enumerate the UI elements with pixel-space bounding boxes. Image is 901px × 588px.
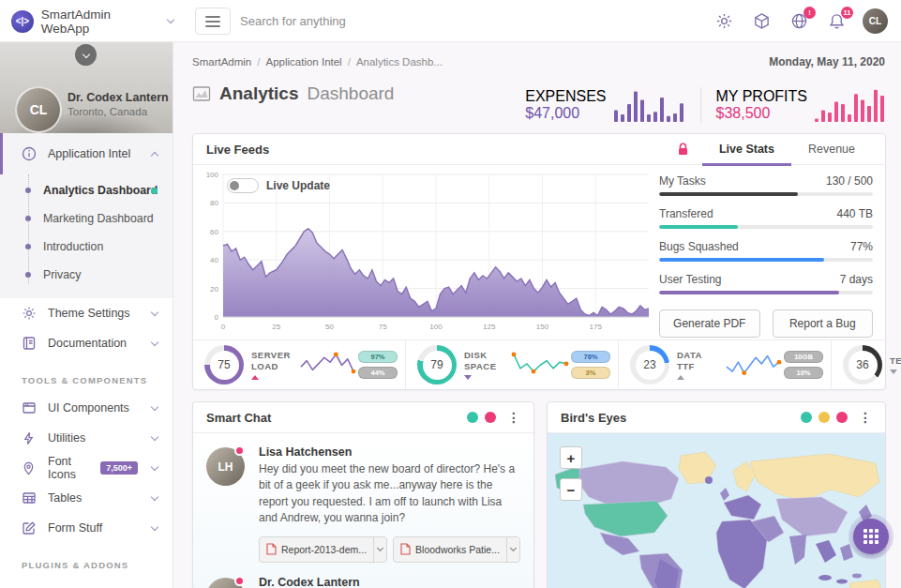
toggle-label: Live Update xyxy=(266,179,330,192)
page-title-bold: Analytics xyxy=(219,83,298,104)
live-feeds-panel: Live Feeds Live Stats Revenue Live Updat… xyxy=(192,133,886,390)
application-intel-subitems: Analytics Dashboard Marketing Dashboard … xyxy=(0,174,173,298)
tile-badge2-0: 44% xyxy=(358,367,398,379)
live-update-toggle[interactable]: Live Update xyxy=(227,178,330,193)
menu-toggle-button[interactable] xyxy=(195,8,231,35)
sidebar-item-theme-settings[interactable]: Theme Settings xyxy=(0,298,173,328)
settings-gear-icon[interactable] xyxy=(713,10,735,33)
stat-fill-0 xyxy=(659,192,798,196)
sidebar-item-introduction[interactable]: Introduction xyxy=(0,233,173,261)
sidebar-item-application-intel[interactable]: Application Intel xyxy=(0,133,173,174)
live-feeds-title: Live Feeds xyxy=(206,143,677,157)
status-dot xyxy=(234,576,245,586)
header-metrics: EXPENSES $47,000 MY PROFITS $38,500 xyxy=(525,87,886,123)
chat-message-text: Hey did you meet the new board of direct… xyxy=(259,461,520,527)
breadcrumb-application-intel[interactable]: Application Intel xyxy=(265,56,341,68)
smart-chat-header: Smart Chat ⋮ xyxy=(193,402,533,433)
expenses-bar-chart xyxy=(614,88,685,122)
chevron-down-icon xyxy=(151,492,158,500)
bell-badge: 11 xyxy=(841,7,853,19)
map-zoom-out-button[interactable]: − xyxy=(560,478,582,501)
profile-collapse-button[interactable] xyxy=(75,44,97,66)
stat-user-testing: User Testing7 days xyxy=(659,273,873,294)
tile-trend-2 xyxy=(677,375,684,380)
stat-my-tasks: My Tasks130 / 500 xyxy=(659,174,873,196)
gear-icon xyxy=(21,306,37,322)
svg-text:150: 150 xyxy=(536,323,549,331)
live-feeds-header: Live Feeds Live Stats Revenue xyxy=(193,134,885,165)
notifications-bell-icon[interactable]: 11 xyxy=(825,10,848,33)
tile-temp: 36 TEMP. 12440F xyxy=(832,340,901,389)
chat-message: LH Lisa Hatchensen Hey did you meet the … xyxy=(206,445,520,563)
chevron-down-icon xyxy=(151,432,158,440)
server-load-sparkline xyxy=(298,350,358,380)
tab-live-stats[interactable]: Live Stats xyxy=(702,134,791,165)
attachment-dropdown[interactable] xyxy=(506,537,519,562)
sidebar-item-marketing-dashboard[interactable]: Marketing Dashboard xyxy=(0,204,173,233)
chat-message: CL Dr. Codex Lantern Thanks for the file… xyxy=(206,576,520,588)
stat-fill-1 xyxy=(659,225,738,229)
attachment-report[interactable]: Report-2013-dem... xyxy=(259,536,387,563)
sidebar-item-form-stuff[interactable]: Form Stuff xyxy=(0,513,173,543)
map-zoom-in-button[interactable]: + xyxy=(560,446,582,469)
tile-badge2-2: 10% xyxy=(784,367,823,379)
smart-chat-title: Smart Chat xyxy=(206,411,460,425)
profits-metric: MY PROFITS $38,500 xyxy=(716,88,887,122)
stat-fill-2 xyxy=(659,258,824,262)
svg-text:175: 175 xyxy=(590,323,603,331)
tile-trend-3 xyxy=(890,369,897,374)
tile-disk-space: 79 DISKSPACE 76%3% xyxy=(406,340,619,389)
kebab-menu-icon[interactable]: ⋮ xyxy=(507,410,520,425)
book-icon xyxy=(21,336,37,352)
sidebar-item-font-icons[interactable]: Font Icons 7,500+ xyxy=(0,453,173,483)
stat-fill-3 xyxy=(659,291,839,294)
sidebar-item-ui-components[interactable]: UI Components xyxy=(0,393,173,423)
current-date: Monday, May 11, 2020 xyxy=(769,55,885,68)
attachment-bloodworks[interactable]: Bloodworks Patie... xyxy=(393,536,520,563)
search-input[interactable] xyxy=(240,8,540,35)
tile-ring-3: 36 xyxy=(843,345,882,384)
expenses-value: $47,000 xyxy=(525,105,606,122)
app-logo-icon: <|> xyxy=(11,10,34,33)
kebab-menu-icon[interactable]: ⋮ xyxy=(859,410,872,425)
page-title: Analytics Dashboard xyxy=(192,83,394,104)
chevron-down-icon xyxy=(151,308,158,315)
chevron-down-icon xyxy=(151,522,158,530)
tile-badge1-1: 76% xyxy=(571,351,610,363)
pdf-file-icon xyxy=(400,543,411,555)
sidebar-item-analytics-dashboard[interactable]: Analytics Dashboard xyxy=(0,176,173,204)
breadcrumb-current: Analytics Dashb... xyxy=(356,56,443,68)
sidebar-item-documentation[interactable]: Documentation xyxy=(0,328,173,358)
sidebar-item-tables[interactable]: Tables xyxy=(0,483,173,513)
sidebar-item-utilities[interactable]: Utilities xyxy=(0,423,173,453)
generate-pdf-button[interactable]: Generate PDF xyxy=(659,309,760,338)
attachment-dropdown[interactable] xyxy=(373,537,386,562)
profits-label: MY PROFITS xyxy=(716,88,808,105)
profits-value: $38,500 xyxy=(716,105,808,122)
language-globe-icon[interactable]: ! xyxy=(788,10,810,33)
lock-icon[interactable] xyxy=(677,143,689,156)
profile-panel: CL Dr. Codex Lantern Toronto, Canada xyxy=(0,42,173,133)
chevron-down-icon xyxy=(151,462,158,470)
profile-name: Dr. Codex Lantern xyxy=(68,91,169,104)
world-map[interactable] xyxy=(548,433,885,588)
breadcrumb-smartadmin[interactable]: SmartAdmin xyxy=(192,56,251,68)
expenses-label: EXPENSES xyxy=(525,88,606,105)
user-avatar[interactable]: CL xyxy=(863,8,888,34)
map-pin-icon xyxy=(21,460,37,476)
stat-bugs-squashed: Bugs Squashed77% xyxy=(659,240,873,262)
brand-menu[interactable]: <|> SmartAdmin WebApp xyxy=(0,0,173,42)
globe-badge: ! xyxy=(803,7,816,19)
apps-cube-icon[interactable] xyxy=(750,10,773,33)
chat-sender-name: Dr. Codex Lantern xyxy=(259,576,520,588)
report-bug-button[interactable]: Report a Bug xyxy=(773,309,874,338)
app-shortcuts-button[interactable] xyxy=(853,519,889,554)
profile-avatar[interactable]: CL xyxy=(15,86,62,133)
area-chart-icon xyxy=(192,84,211,103)
smart-chat-panel: Smart Chat ⋮ LH Lisa Hatchensen Hey did … xyxy=(192,401,534,588)
sidebar-item-privacy[interactable]: Privacy xyxy=(0,261,173,289)
tile-badge1-2: 10GB xyxy=(784,351,823,363)
toggle-switch[interactable] xyxy=(227,178,259,193)
tab-revenue[interactable]: Revenue xyxy=(791,134,872,165)
navbar-icons: ! 11 CL xyxy=(713,0,888,42)
